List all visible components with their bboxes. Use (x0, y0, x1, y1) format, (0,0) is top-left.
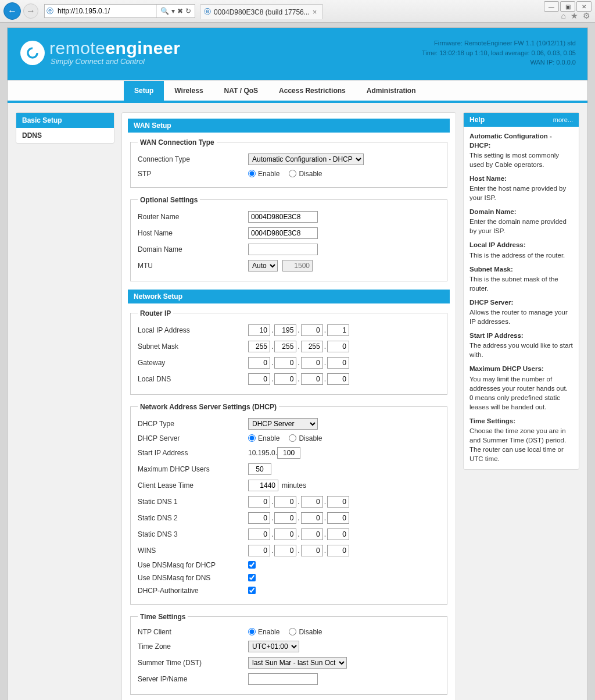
start-ip-input[interactable] (277, 447, 300, 459)
ip-octet[interactable] (301, 496, 323, 508)
address-bar[interactable]: ⓔ 🔍 ▾ ✖ ↻ (44, 4, 195, 18)
ip-octet[interactable] (301, 341, 323, 352)
dhcp-type-select[interactable]: DHCP Server (248, 418, 318, 430)
ip-octet[interactable] (327, 373, 349, 385)
section-network-setup: Network Setup (128, 290, 450, 303)
dropdown-icon[interactable]: ▾ (171, 7, 175, 15)
ip-octet[interactable] (327, 357, 349, 369)
ip-octet[interactable] (248, 324, 270, 336)
dhcp-enable-radio[interactable] (248, 434, 256, 442)
subnet-mask-input[interactable]: ... (248, 341, 349, 352)
ip-octet[interactable] (274, 496, 296, 508)
router-name-input[interactable] (248, 211, 318, 223)
ip-octet[interactable] (248, 357, 270, 369)
legend-time: Time Settings (138, 613, 188, 621)
window-close[interactable]: ✕ (576, 1, 592, 12)
dhcp-authoritative-checkbox[interactable] (248, 587, 256, 594)
tools-icon[interactable]: ⚙ (583, 11, 590, 20)
ip-octet[interactable] (301, 324, 323, 336)
lease-time-input[interactable] (248, 480, 278, 491)
nav-access-restrictions[interactable]: Access Restrictions (268, 81, 356, 101)
window-minimize[interactable]: — (544, 1, 559, 12)
static-dns2-input[interactable]: ... (248, 512, 349, 524)
nav-forward-button[interactable]: → (23, 3, 38, 19)
ip-octet[interactable] (248, 512, 270, 524)
nav-wireless[interactable]: Wireless (164, 81, 213, 101)
ip-octet[interactable] (301, 357, 323, 369)
help-item: Domain Name:Enter the domain name provid… (464, 202, 579, 235)
static-dns3-input[interactable]: ... (248, 528, 349, 540)
ntp-enable-label: Enable (258, 628, 279, 636)
ip-octet[interactable] (274, 324, 296, 336)
favorites-icon[interactable]: ★ (571, 11, 578, 20)
ip-octet[interactable] (274, 545, 296, 556)
browser-tab[interactable]: ⓔ 0004D980E3C8 (build 17756... × (200, 4, 323, 19)
subnav-basic-setup[interactable]: Basic Setup (16, 113, 114, 128)
ntp-disable-radio[interactable] (289, 628, 296, 635)
search-icon[interactable]: 🔍 (160, 7, 169, 15)
label-gateway: Gateway (138, 359, 248, 367)
stp-enable-radio[interactable] (248, 170, 256, 177)
logo-icon (20, 41, 45, 65)
nav-setup[interactable]: Setup (124, 81, 164, 101)
fieldset-optional-settings: Optional Settings Router Name Host Name … (130, 196, 447, 281)
subnav-ddns[interactable]: DDNS (16, 128, 114, 143)
nav-back-button[interactable]: ← (3, 2, 21, 20)
window-maximize[interactable]: ▣ (560, 1, 575, 12)
main-nav: Setup Wireless NAT / QoS Access Restrict… (8, 80, 587, 103)
ip-octet[interactable] (248, 341, 270, 352)
gateway-input[interactable]: ... (248, 357, 349, 369)
label-dhcp-server: DHCP Server (138, 434, 248, 442)
ip-octet[interactable] (327, 341, 349, 352)
ip-octet[interactable] (301, 528, 323, 540)
stop-icon[interactable]: ✖ (177, 7, 183, 15)
ip-octet[interactable] (327, 545, 349, 556)
dst-select[interactable]: last Sun Mar - last Sun Oct (248, 657, 347, 669)
help-more-link[interactable]: more... (553, 116, 573, 123)
ip-octet[interactable] (274, 357, 296, 369)
domain-name-input[interactable] (248, 244, 318, 255)
nav-natqos[interactable]: NAT / QoS (214, 81, 268, 101)
connection-type-select[interactable]: Automatic Configuration - DHCP (248, 153, 364, 165)
ip-octet[interactable] (327, 512, 349, 524)
ip-octet[interactable] (327, 324, 349, 336)
local-dns-input[interactable]: ... (248, 373, 349, 385)
ip-octet[interactable] (248, 496, 270, 508)
ip-octet[interactable] (248, 373, 270, 385)
tab-close-icon[interactable]: × (313, 8, 317, 16)
ip-octet[interactable] (301, 512, 323, 524)
dnsmasq-dns-checkbox[interactable] (248, 574, 256, 581)
mtu-mode-select[interactable]: Auto (248, 260, 278, 272)
label-static-dns2: Static DNS 2 (138, 514, 248, 522)
ip-octet[interactable] (274, 341, 296, 352)
local-ip-input[interactable]: ... (248, 324, 349, 336)
ip-octet[interactable] (327, 496, 349, 508)
ip-octet[interactable] (327, 528, 349, 540)
refresh-icon[interactable]: ↻ (185, 7, 191, 15)
ntp-enable-radio[interactable] (248, 628, 256, 635)
ip-octet[interactable] (274, 373, 296, 385)
ip-octet[interactable] (274, 528, 296, 540)
label-ntp-server: Server IP/Name (138, 675, 248, 683)
stp-disable-label: Disable (299, 170, 322, 178)
home-icon[interactable]: ⌂ (561, 11, 566, 20)
label-dst: Summer Time (DST) (138, 659, 248, 667)
nav-administration[interactable]: Administration (356, 81, 426, 101)
ip-octet[interactable] (248, 528, 270, 540)
ip-octet[interactable] (274, 512, 296, 524)
dnsmasq-dhcp-checkbox[interactable] (248, 561, 256, 569)
dhcp-disable-radio[interactable] (289, 434, 296, 442)
timezone-select[interactable]: UTC+01:00 (248, 641, 299, 652)
ie-tab-icon: ⓔ (204, 7, 211, 17)
static-dns1-input[interactable]: ... (248, 496, 349, 508)
ip-octet[interactable] (248, 545, 270, 556)
ip-octet[interactable] (301, 373, 323, 385)
max-dhcp-input[interactable] (248, 463, 271, 475)
url-input[interactable] (55, 6, 156, 16)
wins-input[interactable]: ... (248, 545, 349, 556)
host-name-input[interactable] (248, 227, 318, 239)
ntp-server-input[interactable] (248, 673, 318, 685)
stp-disable-radio[interactable] (289, 170, 296, 177)
ip-octet[interactable] (301, 545, 323, 556)
fieldset-router-ip: Router IP Local IP Address ... Subnet Ma… (130, 309, 447, 395)
